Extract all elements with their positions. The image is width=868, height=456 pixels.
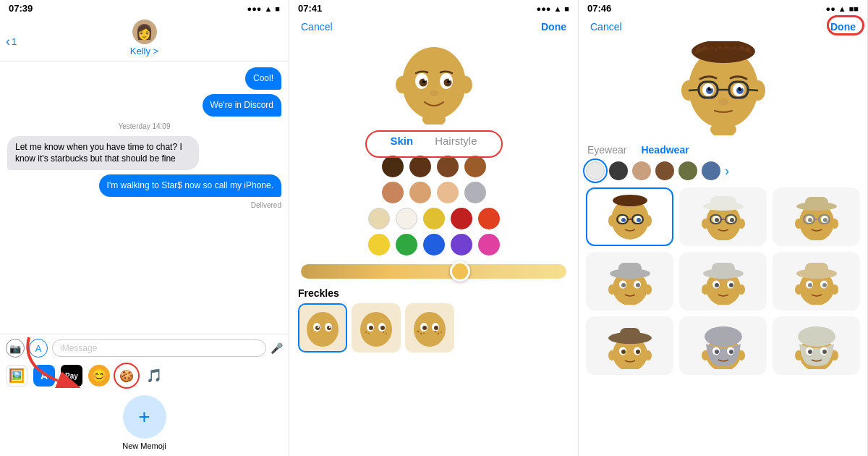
freckles-option[interactable]	[352, 303, 401, 352]
headwear-item[interactable]	[586, 252, 673, 311]
color-option[interactable]	[464, 156, 486, 177]
wifi-icon-3: ▲	[838, 4, 846, 13]
svg-point-64	[740, 87, 742, 89]
color-option[interactable]	[437, 182, 459, 203]
headwear-item[interactable]	[679, 187, 767, 246]
skin-color-grid	[289, 153, 578, 258]
color-option[interactable]	[478, 234, 500, 256]
svg-point-69	[613, 195, 647, 206]
tab-hairstyle[interactable]: Hairstyle	[435, 135, 477, 147]
svg-rect-132	[620, 328, 640, 339]
headwear-item[interactable]	[773, 316, 860, 375]
headwear-item[interactable]	[679, 252, 767, 311]
time-1: 07:39	[9, 3, 33, 14]
eyewear-color-option[interactable]	[609, 161, 628, 180]
slider-thumb[interactable]	[450, 261, 470, 282]
svg-point-126	[808, 283, 812, 287]
contact-name[interactable]: Kelly >	[130, 46, 158, 56]
memoji-tray-icon[interactable]: 😊	[88, 365, 110, 387]
svg-rect-114	[712, 263, 735, 275]
eyewear-color-option[interactable]	[678, 161, 697, 180]
svg-point-65	[718, 98, 728, 106]
more-colors-icon[interactable]: ›	[725, 164, 729, 179]
time-2: 07:41	[298, 3, 322, 14]
signal-icon-3: ●●	[826, 4, 835, 13]
tab-headwear[interactable]: Headwear	[641, 144, 689, 156]
color-option[interactable]	[423, 208, 445, 229]
headwear-item[interactable]	[773, 252, 860, 311]
color-option[interactable]	[451, 208, 472, 229]
svg-point-28	[369, 326, 373, 330]
message-bubble: We're in Discord	[203, 94, 281, 117]
color-option[interactable]	[368, 234, 390, 256]
skin-tone-slider[interactable]	[301, 264, 566, 279]
svg-point-21	[318, 326, 319, 328]
back-button[interactable]: ‹ 1	[6, 34, 17, 49]
color-option[interactable]	[382, 182, 404, 203]
svg-point-79	[738, 219, 745, 229]
color-row-2	[298, 182, 569, 203]
svg-point-13	[430, 90, 438, 96]
cookie-tray-icon[interactable]: 🍪	[116, 365, 137, 387]
eyewear-color-option[interactable]	[586, 161, 605, 180]
svg-point-10	[447, 80, 450, 83]
svg-point-42	[420, 333, 422, 334]
color-option[interactable]	[478, 208, 500, 229]
svg-point-46	[441, 332, 442, 333]
color-option[interactable]	[396, 208, 417, 229]
svg-point-136	[636, 350, 640, 354]
svg-point-140	[705, 326, 742, 347]
signal-icon: ●●●	[247, 4, 262, 13]
svg-point-127	[822, 283, 827, 287]
svg-point-44	[435, 331, 437, 333]
headwear-item[interactable]	[679, 316, 767, 375]
svg-rect-93	[805, 197, 828, 208]
new-memoji-button[interactable]: +	[123, 395, 166, 439]
battery-icon: ■	[275, 4, 280, 13]
svg-point-143	[715, 350, 719, 354]
color-option[interactable]	[464, 182, 486, 203]
headwear-item[interactable]	[586, 316, 673, 375]
svg-point-102	[608, 284, 616, 295]
svg-point-68	[644, 215, 652, 227]
svg-point-9	[422, 80, 425, 83]
headwear-preview-icon	[608, 258, 652, 305]
color-option[interactable]	[437, 156, 459, 177]
svg-point-20	[327, 326, 331, 330]
color-option[interactable]	[396, 234, 417, 256]
status-bar-1: 07:39 ●●● ▲ ■	[0, 0, 289, 17]
color-option[interactable]	[409, 156, 431, 177]
tab-eyewear[interactable]: Eyewear	[587, 144, 626, 156]
eyewear-color-option[interactable]	[632, 161, 651, 180]
svg-point-148	[798, 326, 835, 347]
svg-point-45	[438, 333, 439, 334]
eyewear-color-option[interactable]	[655, 161, 674, 180]
svg-point-91	[831, 219, 838, 229]
tab-skin[interactable]: Skin	[390, 135, 413, 147]
svg-point-11	[424, 79, 426, 81]
freckles-option[interactable]	[405, 303, 454, 352]
headwear-item[interactable]	[586, 187, 673, 246]
svg-point-144	[729, 350, 733, 354]
svg-point-99	[808, 218, 812, 222]
microphone-icon[interactable]: 🎤	[271, 342, 283, 354]
color-option[interactable]	[423, 234, 445, 256]
done-circle-decoration	[827, 15, 864, 35]
svg-point-87	[715, 218, 719, 222]
color-option[interactable]	[382, 156, 404, 177]
cancel-button[interactable]: Cancel	[301, 21, 333, 33]
wifi-icon: ▲	[264, 4, 272, 13]
freckles-face-icon	[302, 308, 343, 348]
freckles-option[interactable]	[298, 303, 347, 352]
color-option[interactable]	[368, 208, 390, 229]
music-tray-icon[interactable]: 🎵	[143, 365, 165, 387]
color-option[interactable]	[451, 234, 472, 256]
cancel-button-3[interactable]: Cancel	[590, 21, 622, 33]
done-button[interactable]: Done	[541, 21, 566, 33]
eyewear-color-option[interactable]	[702, 161, 720, 180]
headwear-item[interactable]	[773, 187, 860, 246]
status-icons-2: ●●● ▲ ■	[537, 4, 569, 13]
headwear-preview-icon	[702, 258, 745, 305]
color-option[interactable]	[409, 182, 431, 203]
headwear-preview-icon	[608, 322, 652, 369]
